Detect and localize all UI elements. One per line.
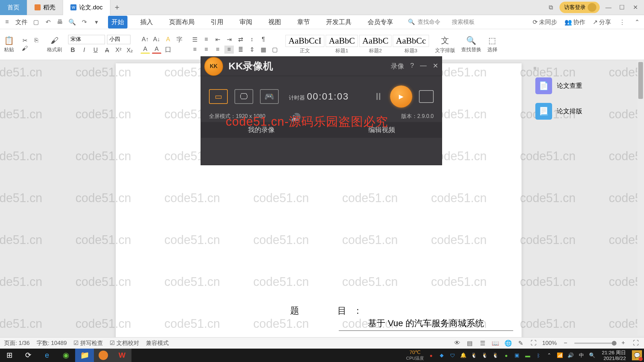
page-count[interactable]: 页面: 1/36 — [4, 339, 30, 347]
dropdown-icon[interactable]: ▾ — [93, 18, 100, 26]
text-layout[interactable]: 文文字排版 — [435, 35, 455, 54]
rec-minimize-icon[interactable]: — — [420, 62, 427, 71]
style-h2[interactable]: AaBbC — [359, 35, 391, 47]
plagiarism-check[interactable]: 📄论文查重 — [533, 75, 641, 96]
cut-icon[interactable]: ✂ — [20, 37, 30, 45]
menu-vip[interactable]: 会员专享 — [364, 16, 396, 28]
tab-document[interactable]: W论文.doc — [63, 0, 110, 15]
tab-daoke[interactable]: 稻壳 — [27, 0, 63, 15]
taskbar-clock[interactable]: 21:26 周日2021/8/22 — [599, 350, 629, 361]
start-button[interactable]: ⊞ — [0, 349, 19, 362]
menu-icon[interactable]: ≡ — [3, 18, 11, 26]
style-normal[interactable]: AaBbCcI — [285, 35, 324, 47]
print-icon[interactable]: 🖶 — [56, 18, 64, 26]
rec-mode-label[interactable]: 录像 — [391, 62, 404, 71]
grow-font-icon[interactable]: A↑ — [141, 36, 150, 44]
tb-wps-icon[interactable]: W — [113, 349, 131, 362]
preview-icon[interactable]: 🔍 — [68, 18, 76, 26]
tb-ie-icon[interactable]: e — [38, 349, 56, 362]
zoom-value[interactable]: 100% — [542, 340, 557, 347]
tray-search-icon[interactable]: 🔍 — [588, 352, 596, 358]
style-h1[interactable]: AaBbC — [326, 35, 358, 47]
tray-qq-icon[interactable]: 🐧 — [492, 352, 499, 358]
login-button[interactable]: 访客登录 — [559, 2, 600, 13]
eye-icon[interactable]: 👁 — [453, 340, 461, 347]
coop-button[interactable]: 👥 协作 — [565, 18, 585, 26]
sub-icon[interactable]: X₂ — [125, 46, 135, 54]
zoom-in-icon[interactable]: + — [619, 340, 627, 347]
paper-format[interactable]: 📃论文排版 — [533, 101, 641, 122]
view-page-icon[interactable]: ▤ — [466, 340, 474, 347]
indent-icon[interactable]: ⇥ — [224, 36, 234, 44]
tb-recorder-icon[interactable] — [94, 349, 113, 362]
menu-chapter[interactable]: 章节 — [294, 16, 313, 28]
find-replace[interactable]: 🔍查找替换 — [461, 36, 481, 53]
tab-count-icon[interactable]: ⧉ — [546, 4, 555, 11]
fit-icon[interactable]: ⛶ — [530, 340, 538, 347]
highlight-icon[interactable]: A — [163, 36, 173, 44]
file-menu[interactable]: 文件 — [15, 18, 28, 26]
tray-icon[interactable]: ◆ — [438, 352, 445, 358]
shade-icon[interactable]: ▦ — [259, 46, 268, 54]
sync-button[interactable]: ⟳ 未同步 — [533, 18, 557, 26]
command-search[interactable]: 🔍 查找命令 — [408, 18, 440, 26]
style-h3[interactable]: AaBbCc — [393, 35, 429, 47]
number-icon[interactable]: ≡ — [202, 36, 211, 44]
mode-fullscreen[interactable]: ▭ — [209, 89, 228, 104]
font-color-icon[interactable]: A — [152, 46, 161, 54]
tray-ime-icon[interactable]: 中 — [578, 352, 585, 359]
tray-qq-icon[interactable]: 🐧 — [470, 352, 478, 358]
word-count[interactable]: 字数: 10489 — [37, 339, 67, 347]
menu-layout[interactable]: 页面布局 — [166, 16, 198, 28]
maximize-button[interactable]: ☐ — [617, 4, 627, 11]
new-tab-button[interactable]: + — [110, 3, 124, 12]
char-border-icon[interactable]: 囗 — [163, 46, 173, 54]
redo-icon[interactable]: ↷ — [80, 18, 88, 26]
align-center-icon[interactable]: ≡ — [202, 46, 211, 54]
tray-icon[interactable]: ▣ — [513, 352, 521, 358]
tray-shield-icon[interactable]: 🛡 — [449, 353, 456, 358]
bg-color-icon[interactable]: A — [141, 46, 150, 54]
rec-help-icon[interactable]: ? — [410, 62, 414, 71]
tray-bluetooth-icon[interactable]: ᛒ — [535, 353, 542, 358]
align-right-icon[interactable]: ≡ — [213, 46, 222, 54]
mode-window[interactable]: 🖵 — [234, 89, 253, 104]
edit-mode-icon[interactable]: ✎ — [517, 340, 525, 347]
size-select[interactable]: 小四 — [107, 35, 130, 44]
strike-icon[interactable]: A̶ — [102, 46, 112, 54]
menu-start[interactable]: 开始 — [108, 16, 127, 28]
format-brush[interactable]: 🖌格式刷 — [47, 36, 62, 53]
shrink-font-icon[interactable]: A↓ — [152, 36, 161, 44]
tray-sound-icon[interactable]: 🔊 — [567, 352, 574, 358]
zoom-thumb[interactable] — [612, 341, 616, 346]
menu-reference[interactable]: 引用 — [207, 16, 227, 28]
close-button[interactable]: ✕ — [631, 4, 640, 11]
format-icon[interactable]: 🖌 — [20, 45, 30, 53]
menu-review[interactable]: 审阅 — [236, 16, 256, 28]
copy-icon[interactable]: ⎘ — [32, 37, 41, 45]
tray-icon[interactable]: ● — [427, 353, 435, 358]
save-icon[interactable]: ▢ — [32, 18, 40, 26]
bold-icon[interactable]: B — [68, 46, 77, 54]
outdent-icon[interactable]: ⇤ — [213, 36, 222, 44]
super-icon[interactable]: X² — [114, 46, 123, 54]
collapse-ribbon-icon[interactable]: ⌃ — [633, 18, 641, 26]
tray-wechat-icon[interactable]: ● — [502, 353, 510, 358]
undo-icon[interactable]: ↶ — [44, 18, 52, 26]
scroll-thumb[interactable] — [638, 62, 643, 99]
panel-collapse-icon[interactable]: ≡ — [533, 65, 641, 71]
menu-view[interactable]: 视图 — [265, 16, 284, 28]
align-justify-icon[interactable]: ≡ — [224, 46, 234, 54]
doc-title-value[interactable]: 基于 Vue 的汽车服务商城系统 — [339, 317, 513, 331]
tray-up-icon[interactable]: ⌃ — [545, 352, 553, 358]
select-group[interactable]: ⬚选择 — [487, 36, 497, 53]
italic-icon[interactable]: I — [79, 46, 89, 54]
spellcheck-toggle[interactable]: 拼写检查 — [73, 339, 103, 347]
border-icon[interactable]: ▢ — [270, 46, 279, 54]
distribute-icon[interactable]: ≣ — [236, 46, 245, 54]
screenshot-button[interactable] — [419, 90, 434, 103]
notification-center[interactable]: 💬 — [632, 350, 642, 360]
recorder-window[interactable]: KK KK录像机 录像 ? — ✕ ▭ 🖵 🎮 计时器00:01:03 ⏸ ▶ … — [201, 56, 442, 165]
tb-browser-icon[interactable]: ◉ — [56, 349, 75, 362]
tray-nvidia-icon[interactable]: ▬ — [524, 353, 531, 358]
